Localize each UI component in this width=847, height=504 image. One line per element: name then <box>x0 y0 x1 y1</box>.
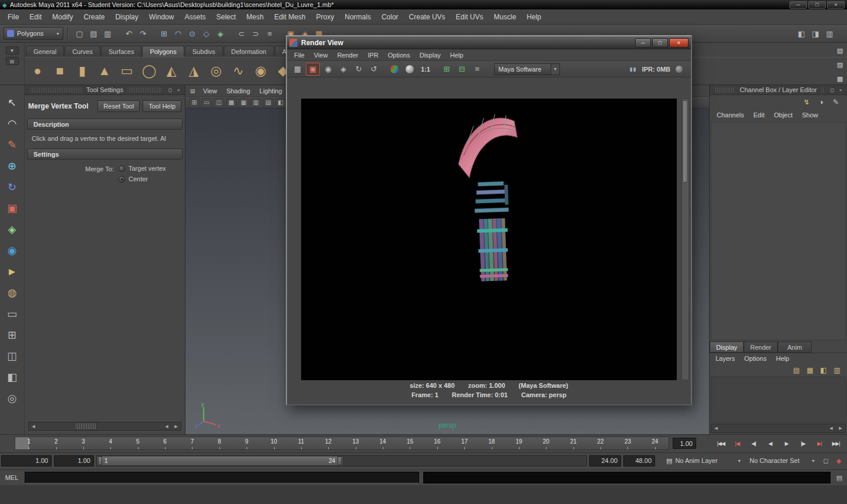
animation-preferences-icon[interactable]: ◻ <box>821 455 831 466</box>
timeline-frame-tick[interactable]: 10 <box>260 437 287 449</box>
snap-to-view-plane-icon[interactable]: ◇ <box>200 27 213 40</box>
render-view-maximize-button[interactable]: □ <box>652 38 668 48</box>
poly-sphere-icon[interactable]: ● <box>27 60 48 82</box>
layer-editor-tab[interactable]: Display <box>710 341 744 353</box>
undo-icon[interactable]: ↶ <box>122 27 136 40</box>
timeline-frame-tick[interactable]: 14 <box>369 437 396 449</box>
render-view-window[interactable]: Render View ─ □ × FileViewRenderIPROptio… <box>286 35 692 405</box>
layer-list-area[interactable] <box>711 377 846 422</box>
single-pane-layout-icon[interactable]: ▭ <box>3 305 22 323</box>
channel-box-menu-item[interactable]: Object <box>769 110 797 120</box>
reset-tool-button[interactable]: Reset Tool <box>97 100 140 112</box>
snap-to-grid-icon[interactable]: ⊞ <box>157 27 171 40</box>
timeline-frame-tick[interactable]: 2 <box>42 437 69 449</box>
speed-ramp-icon[interactable]: ↯ <box>801 97 812 107</box>
create-layer-from-selected-icon[interactable]: ▦ <box>805 366 815 375</box>
main-menu-item[interactable]: Assets <box>179 11 211 23</box>
dock-panel-icon[interactable]: ◻ <box>166 86 174 93</box>
render-view-title-bar[interactable]: Render View ─ □ × <box>287 36 691 49</box>
shelf-tab[interactable]: Polygons <box>142 46 184 57</box>
shelf-tab-selector-icon[interactable]: ▼ <box>6 46 19 55</box>
range-start-handle[interactable] <box>98 456 102 465</box>
range-slider[interactable]: 1 24 <box>96 455 587 466</box>
poly-prism-icon[interactable]: ◭ <box>161 60 182 82</box>
play-forwards-button[interactable]: ▶ <box>778 437 795 449</box>
main-menu-item[interactable]: Create <box>78 11 110 23</box>
viewport-menu-item[interactable]: Lighting <box>255 86 287 96</box>
toggle-channel-box-icon[interactable]: ▥ <box>823 27 836 40</box>
layer-editor-menu-item[interactable]: Help <box>771 354 794 363</box>
gate-mask-icon[interactable]: ▩ <box>226 98 237 107</box>
command-line-input[interactable] <box>25 472 419 483</box>
main-menu-item[interactable]: Modify <box>47 11 78 23</box>
shelf-menu-icon[interactable]: ▤ <box>6 57 19 65</box>
layer-editor-tab[interactable]: Anim <box>778 341 812 353</box>
resolution-gate-icon[interactable]: ◫ <box>214 98 224 107</box>
timeline-frame-tick[interactable]: 19 <box>505 437 532 449</box>
last-tool-icon[interactable]: ◍ <box>3 283 22 302</box>
time-slider[interactable]: 123456789101112131415161718192021222324 <box>15 437 669 450</box>
playback-start-field[interactable]: 1.00 <box>54 455 94 466</box>
make-live-icon[interactable]: ◈ <box>214 27 227 40</box>
snap-to-point-icon[interactable]: ⊙ <box>185 27 199 40</box>
render-region-icon[interactable]: ▣ <box>306 63 320 76</box>
render-view-menu-item[interactable]: IPR <box>363 50 383 60</box>
alpha-channel-icon[interactable] <box>403 63 417 76</box>
create-empty-layer-icon[interactable]: ▤ <box>791 366 802 375</box>
poly-pyramid-icon[interactable]: ◮ <box>183 60 204 82</box>
step-back-key-button[interactable]: |◀ <box>729 437 745 449</box>
menu-set-selector[interactable]: Polygons ▼ <box>4 27 63 40</box>
tool-settings-horizontal-scrollbar[interactable]: ◀ ◀ ▶ <box>28 422 181 431</box>
channel-box-menu-item[interactable]: Channels <box>712 110 748 120</box>
shelf-tab[interactable]: Subdivs <box>185 46 223 57</box>
script-editor-icon[interactable]: ▤ <box>835 474 844 482</box>
timeline-frame-tick[interactable]: 23 <box>614 437 641 449</box>
poly-soccer-ball-icon[interactable]: ◉ <box>250 60 271 82</box>
command-line-mode-toggle[interactable]: MEL <box>3 474 21 481</box>
renderer-dropdown-arrow-icon[interactable]: ▼ <box>551 64 559 75</box>
layer-editor-tab[interactable]: Render <box>744 341 778 353</box>
redo-previous-render-icon[interactable]: ↻ <box>352 63 366 76</box>
range-end-handle[interactable] <box>338 456 342 465</box>
main-menu-item[interactable]: Mesh <box>241 11 269 23</box>
step-forward-key-button[interactable]: ▶| <box>811 437 828 449</box>
play-backwards-button[interactable]: ◀ <box>762 437 778 449</box>
main-menu-item[interactable]: Create UVs <box>404 11 451 23</box>
redo-icon[interactable]: ↷ <box>136 27 150 40</box>
input-connections-icon[interactable]: ⊂ <box>235 27 248 40</box>
edit-layer-icon[interactable]: ◧ <box>818 366 829 375</box>
shelf-tab[interactable]: Deformation <box>224 46 274 57</box>
timeline-frame-tick[interactable]: 5 <box>124 437 151 449</box>
lasso-select-tool-icon[interactable]: ◠ <box>3 114 22 133</box>
scroll-left-icon[interactable]: ◀ <box>29 422 38 430</box>
render-canvas[interactable] <box>301 99 677 380</box>
timeline-frame-tick[interactable]: 3 <box>70 437 97 449</box>
settings-section-header[interactable]: Settings <box>27 148 183 160</box>
open-render-settings-icon[interactable]: ≡ <box>470 63 484 76</box>
timeline-frame-tick[interactable]: 9 <box>233 437 260 449</box>
channel-list-area[interactable] <box>711 122 846 340</box>
channel-box-menu-item[interactable]: Show <box>797 110 823 120</box>
soft-modification-tool-icon[interactable]: ◉ <box>3 241 22 260</box>
tool-settings-header[interactable]: Tool Settings ◻ × <box>25 85 185 95</box>
timeline-frame-tick[interactable]: 6 <box>151 437 178 449</box>
rgb-channels-icon[interactable] <box>387 63 401 76</box>
window-title-bar[interactable]: ◆ Autodesk Maya 2011 x64 - Student Versi… <box>0 0 847 9</box>
universal-manipulator-icon[interactable]: ◈ <box>3 220 22 239</box>
step-forward-frame-button[interactable]: |▶ <box>795 437 811 449</box>
poly-cube-icon[interactable]: ■ <box>49 60 70 82</box>
hypergraph-layout-icon[interactable]: ◎ <box>3 389 22 408</box>
dock-panel-icon[interactable]: ◻ <box>828 86 836 93</box>
timeline-frame-tick[interactable]: 16 <box>424 437 451 449</box>
layer-editor-menu-item[interactable]: Options <box>740 354 771 363</box>
render-view-menu-item[interactable]: Help <box>446 50 468 60</box>
show-manipulator-tool-icon[interactable]: ► <box>3 262 22 281</box>
panel-menu-icon[interactable]: ▤ <box>188 87 197 95</box>
poly-helix-icon[interactable]: ∿ <box>228 60 249 82</box>
main-menu-item[interactable]: Help <box>521 11 546 23</box>
snap-to-curve-icon[interactable]: ◠ <box>171 27 185 40</box>
description-section-header[interactable]: Description <box>27 119 183 130</box>
timeline-frame-tick[interactable]: 17 <box>451 437 478 449</box>
main-menu-item[interactable]: Color <box>376 11 404 23</box>
field-chart-icon[interactable]: ▦ <box>238 98 249 107</box>
